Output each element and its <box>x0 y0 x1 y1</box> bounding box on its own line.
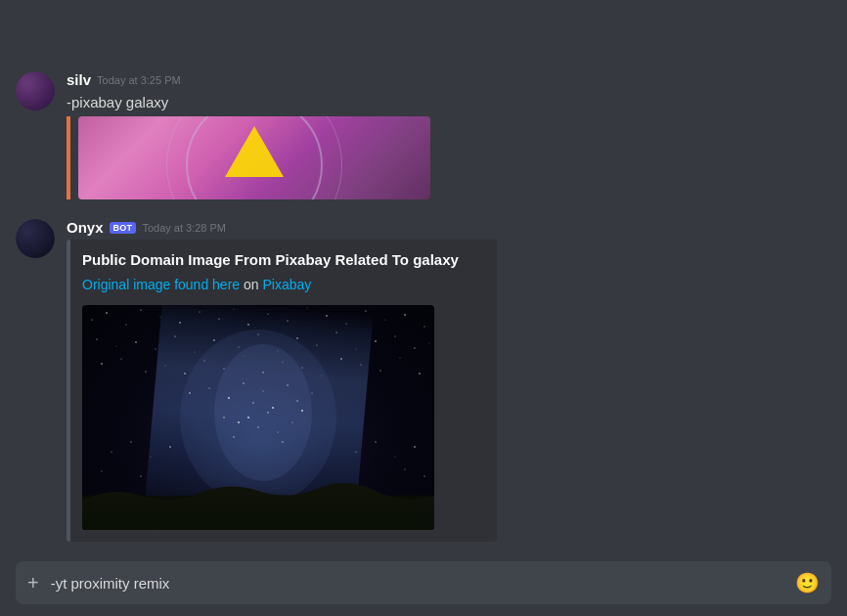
embed-description: Original image found here on Pixabay <box>82 276 481 295</box>
svg-point-83 <box>140 475 141 476</box>
svg-point-31 <box>335 331 336 332</box>
embed-on-text: on <box>244 277 259 292</box>
svg-point-36 <box>429 343 430 344</box>
svg-point-24 <box>195 352 196 353</box>
svg-point-52 <box>400 358 401 359</box>
svg-point-32 <box>356 349 357 350</box>
svg-point-49 <box>340 358 341 359</box>
svg-point-18 <box>424 327 425 328</box>
svg-point-81 <box>414 446 415 447</box>
svg-point-14 <box>346 324 347 325</box>
message-content-silv: silv Today at 3:25 PM -pixabay galaxy <box>67 71 831 207</box>
svg-point-15 <box>365 310 366 311</box>
svg-point-9 <box>247 324 248 325</box>
avatar-onyx <box>16 219 55 258</box>
input-bar[interactable]: + 🙂 <box>16 561 831 604</box>
svg-point-87 <box>214 344 312 481</box>
svg-point-34 <box>395 336 396 337</box>
svg-point-30 <box>317 345 318 346</box>
chat-input[interactable] <box>51 575 783 592</box>
svg-point-51 <box>379 370 380 371</box>
svg-point-53 <box>419 373 420 374</box>
message-text-silv: -pixabay galaxy <box>67 92 831 112</box>
chat-area: silv Today at 3:25 PM -pixabay galaxy <box>0 0 847 550</box>
timestamp-onyx: Today at 3:28 PM <box>142 222 226 234</box>
svg-point-10 <box>268 314 269 315</box>
embed-link-pixabay[interactable]: Pixabay <box>262 277 311 292</box>
avatar-silv <box>16 71 55 110</box>
svg-point-7 <box>218 318 219 319</box>
svg-point-38 <box>121 359 122 360</box>
svg-point-79 <box>375 441 376 442</box>
svg-point-6 <box>200 312 201 313</box>
svg-point-17 <box>404 314 405 315</box>
svg-point-5 <box>179 322 180 323</box>
svg-point-22 <box>156 349 156 350</box>
svg-point-11 <box>287 320 288 321</box>
embed-onyx: Public Domain Image From Pixabay Related… <box>67 240 497 542</box>
svg-point-13 <box>326 315 327 316</box>
embed-title: Public Domain Image From Pixabay Related… <box>82 251 481 268</box>
svg-point-1 <box>106 312 107 313</box>
message-header-silv: silv Today at 3:25 PM <box>67 71 831 88</box>
galaxy-image <box>82 305 434 530</box>
svg-point-84 <box>405 469 406 470</box>
svg-point-35 <box>414 347 415 348</box>
svg-point-74 <box>111 452 112 453</box>
emoji-button[interactable]: 🙂 <box>795 571 820 594</box>
svg-point-8 <box>234 309 235 310</box>
svg-point-0 <box>92 320 93 321</box>
previous-image <box>78 116 430 199</box>
embed-link-original[interactable]: Original image found here <box>82 277 240 292</box>
svg-point-16 <box>385 320 386 321</box>
svg-point-21 <box>135 341 136 342</box>
svg-point-37 <box>101 363 102 364</box>
svg-point-4 <box>160 317 161 318</box>
username-onyx: Onyx <box>67 219 104 236</box>
svg-point-50 <box>361 365 362 366</box>
svg-point-41 <box>184 373 185 374</box>
svg-point-75 <box>130 441 131 442</box>
message-group-silv: silv Today at 3:25 PM -pixabay galaxy <box>16 62 831 215</box>
message-content-onyx: Onyx BOT Today at 3:28 PM Public Domain … <box>67 219 831 542</box>
svg-point-82 <box>102 471 103 472</box>
previous-embed <box>67 116 831 199</box>
timestamp-silv: Today at 3:25 PM <box>97 74 181 86</box>
svg-point-23 <box>174 335 175 336</box>
svg-point-78 <box>356 452 357 453</box>
svg-point-12 <box>307 308 308 309</box>
svg-point-80 <box>395 457 396 458</box>
message-group-onyx: Onyx BOT Today at 3:28 PM Public Domain … <box>16 215 831 550</box>
add-button[interactable]: + <box>27 572 39 594</box>
svg-point-85 <box>424 475 424 476</box>
svg-point-39 <box>145 371 146 372</box>
svg-point-29 <box>296 337 297 338</box>
svg-point-25 <box>213 339 214 340</box>
message-header-onyx: Onyx BOT Today at 3:28 PM <box>67 219 831 236</box>
svg-point-19 <box>96 338 97 339</box>
svg-point-76 <box>151 457 152 458</box>
embed-image-container <box>82 305 481 530</box>
svg-point-3 <box>140 309 141 310</box>
svg-point-2 <box>126 325 127 326</box>
svg-point-33 <box>375 340 376 341</box>
username-silv: silv <box>67 71 91 88</box>
svg-point-20 <box>116 346 117 347</box>
bot-badge: BOT <box>110 222 137 234</box>
svg-point-77 <box>169 446 170 447</box>
svg-point-40 <box>165 366 166 367</box>
